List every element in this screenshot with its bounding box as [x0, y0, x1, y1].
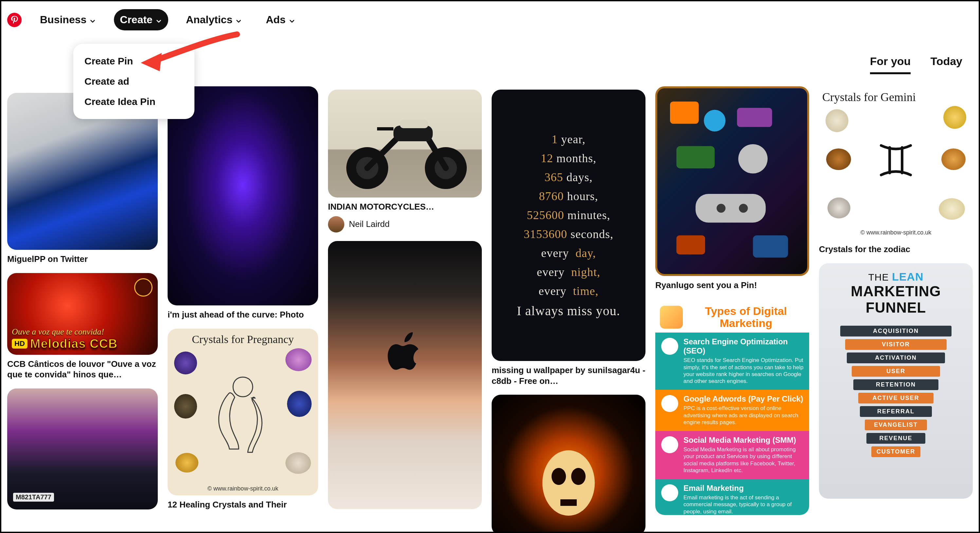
pin-title: INDIAN MOTORCYCLES… — [328, 201, 482, 212]
nav-analytics[interactable]: Analytics — [180, 9, 248, 30]
svg-rect-7 — [400, 120, 428, 128]
pin-title: CCB Cânticos de louvor "Ouve a voz que t… — [7, 359, 158, 380]
overlay-title: Types of Digital Marketing — [687, 305, 805, 330]
pin-ccb[interactable]: Ouve a voz que te convida! HD Melodias C… — [7, 273, 158, 380]
funnel-bar: CUSTOMER — [871, 446, 920, 457]
svg-point-17 — [739, 204, 748, 213]
crystal-icon — [827, 198, 850, 219]
nav-ads[interactable]: Ads — [260, 9, 301, 30]
crystal-icon — [287, 391, 312, 417]
pin-image — [168, 86, 318, 305]
svg-point-16 — [716, 204, 725, 213]
overlay-text: 365 days, — [545, 170, 593, 184]
flaming-skull-icon — [492, 395, 646, 532]
pin-image: М821ТА777 — [7, 389, 158, 509]
svg-point-12 — [704, 110, 725, 132]
tab-today[interactable]: Today — [930, 55, 963, 74]
chevron-down-icon — [89, 16, 96, 24]
tab-for-you[interactable]: For you — [870, 55, 911, 74]
column-3: INDIAN MOTORCYCLES… Neil Lairdd — [328, 90, 482, 532]
overlay-text: Ouve a voz que te convida! — [12, 327, 153, 337]
pinterest-logo[interactable] — [6, 12, 22, 28]
svg-rect-14 — [676, 146, 714, 168]
chevron-down-icon — [155, 16, 162, 24]
pin-crystals-gemini[interactable]: Crystals for Gemini © www.rainbow-spirit… — [819, 86, 973, 255]
crystal-icon — [285, 452, 311, 474]
author-name: Neil Lairdd — [349, 219, 390, 229]
overlay-text: every day, — [541, 246, 596, 260]
pin-bmw-smoke[interactable]: М821ТА777 — [7, 389, 158, 509]
svg-point-10 — [571, 468, 585, 485]
pin-lean-funnel[interactable]: THE LEAN MARKETING FUNNEL ACQUISITION VI… — [819, 263, 973, 499]
row-heading: Social Media Marketing (SMM) — [683, 436, 804, 445]
marketing-icon — [660, 306, 683, 328]
create-idea-pin-item[interactable]: Create Idea Pin — [73, 92, 194, 112]
funnel-bar: RETENTION — [853, 379, 939, 390]
list-item: Email Marketing Email marketing is the a… — [655, 479, 809, 515]
chevron-down-icon — [235, 16, 242, 24]
overlay-text: 8760 hours, — [539, 189, 598, 203]
funnel-bar: REFERRAL — [860, 406, 932, 417]
nav-ads-label: Ads — [266, 14, 285, 26]
overlay-title: Crystals for Pregnancy — [172, 333, 314, 346]
chevron-down-icon — [288, 16, 296, 24]
svg-rect-19 — [753, 235, 788, 258]
nav-analytics-label: Analytics — [186, 14, 232, 26]
crystal-icon — [174, 394, 197, 419]
funnel-bar: ACTIVATION — [847, 352, 945, 363]
pin-crystals-pregnancy[interactable]: Crystals for Pregnancy © www.rainbow-spi… — [168, 328, 318, 510]
pin-indian-motorcycle[interactable]: INDIAN MOTORCYCLES… Neil Lairdd — [328, 90, 482, 233]
create-ad-item[interactable]: Create ad — [73, 71, 194, 92]
nav-business[interactable]: Business — [34, 9, 102, 30]
pin-author[interactable]: Neil Lairdd — [328, 216, 482, 233]
collage-icon — [657, 88, 807, 274]
pin-missing-you[interactable]: 1 year, 12 months, 365 days, 8760 hours,… — [492, 90, 646, 386]
pin-title: i'm just ahead of the curve: Photo — [168, 309, 318, 320]
pin-title: missing u wallpaper by sunilsagar4u - c8… — [492, 365, 646, 386]
figure-icon — [212, 371, 274, 456]
funnel-bar: REVENUE — [866, 433, 925, 444]
funnel-bar: EVANGELIST — [865, 420, 927, 430]
row-text: PPC is a cost-effective version of onlin… — [683, 405, 804, 426]
overlay-title: THE LEAN MARKETING FUNNEL — [823, 270, 969, 316]
pin-image: THE LEAN MARKETING FUNNEL ACQUISITION VI… — [819, 263, 973, 499]
list-item: Google Adwords (Pay Per Click) PPC is a … — [655, 390, 809, 431]
nav-business-label: Business — [40, 14, 86, 26]
overlay-text: I always miss you. — [517, 303, 620, 319]
crystal-icon — [285, 348, 312, 371]
pin-image: 1 year, 12 months, 365 days, 8760 hours,… — [492, 90, 646, 361]
column-6: Crystals for Gemini © www.rainbow-spirit… — [819, 86, 973, 532]
pin-black-panther[interactable]: i'm just ahead of the curve: Photo — [168, 86, 318, 320]
funnel-bar: USER — [852, 366, 940, 377]
pin-gamer-collage[interactable]: Ryanlugo sent you a Pin! — [655, 86, 809, 291]
svg-marker-1 — [141, 53, 162, 71]
email-icon — [661, 484, 678, 501]
feed-tabs: For you Today — [870, 55, 963, 74]
pin-image — [328, 241, 482, 509]
smm-icon — [661, 436, 678, 453]
motorcycle-icon — [328, 90, 482, 198]
overlay-footer: © www.rainbow-spirit.co.uk — [819, 229, 973, 236]
row-text: SEO stands for Search Engine Optimizatio… — [683, 357, 804, 385]
overlay-title: Melodias CCB — [30, 337, 118, 351]
overlay-title: Crystals for Gemini — [822, 90, 969, 104]
nav-create[interactable]: Create — [114, 9, 168, 30]
svg-point-15 — [738, 144, 768, 174]
overlay-footer: © www.rainbow-spirit.co.uk — [168, 485, 318, 492]
crystal-icon — [943, 106, 966, 129]
pin-digital-marketing[interactable]: Types of Digital Marketing Search Engine… — [655, 299, 809, 515]
crystal-icon — [939, 198, 965, 220]
nav-create-label: Create — [120, 14, 153, 26]
row-heading: Email Marketing — [683, 484, 804, 493]
pin-apple-wave[interactable] — [328, 241, 482, 509]
pin-image: Types of Digital Marketing Search Engine… — [655, 299, 809, 515]
annotation-arrow-icon — [139, 29, 243, 72]
pin-ghost-rider[interactable] — [492, 395, 646, 532]
overlay-text: 525600 minutes, — [527, 208, 611, 222]
pin-image — [328, 90, 482, 198]
pin-image: Crystals for Pregnancy © www.rainbow-spi… — [168, 328, 318, 495]
overlay-text: 3153600 seconds, — [524, 227, 613, 241]
funnel-stack: ACQUISITION VISITOR ACTIVATION USER RETE… — [823, 326, 969, 457]
funnel-bar: VISITOR — [845, 339, 947, 350]
apple-logo-icon — [387, 332, 423, 375]
